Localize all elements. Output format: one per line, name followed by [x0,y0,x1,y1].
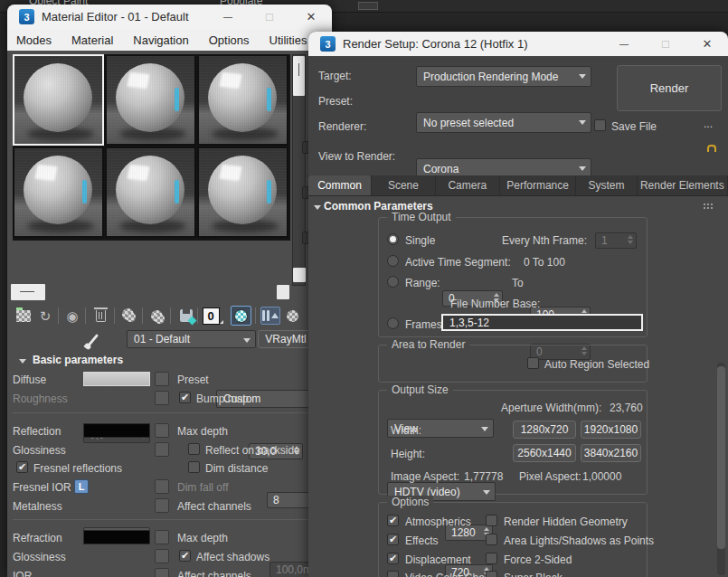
minimize-icon[interactable] [207,5,249,29]
slots-horizontal-scroll-thumb[interactable] [11,284,45,300]
diffuse-color-swatch[interactable] [83,372,150,386]
affect-shadows-checkbox[interactable] [179,550,191,562]
rollout-arrow-icon[interactable] [314,205,321,210]
target-dropdown[interactable]: Production Rendering Mode [416,66,591,87]
tab-camera[interactable]: Camera [436,175,500,195]
refraction-glossiness-map-button[interactable] [155,549,169,563]
tab-common[interactable]: Common [308,175,372,195]
active-time-segment-label: Active Time Segment: [405,256,511,269]
trash-icon[interactable] [91,307,109,325]
atmospherics-checkbox[interactable] [387,515,399,526]
tab-system[interactable]: System [576,175,637,195]
spinner-arrows-icon[interactable] [628,235,633,244]
bump-map-checkbox[interactable] [179,392,191,403]
material-name-dropdown[interactable]: 01 - Default [127,330,256,348]
put-to-library-icon[interactable] [177,307,195,325]
resolution-button-label: 3840x2160 [584,447,638,459]
refraction-color-swatch[interactable] [83,530,150,544]
single-radio[interactable] [387,233,399,245]
fresnel-reflections-checkbox[interactable] [16,461,28,473]
fresnel-ior-lock-button[interactable]: L [74,479,89,494]
auto-region-checkbox[interactable] [527,357,539,369]
menu-utilities[interactable]: Utilities [269,33,307,47]
resolution-button-2560x1440[interactable]: 2560x1440 [513,444,576,462]
metalness-map-button[interactable] [155,498,169,513]
active-time-segment-radio[interactable] [387,255,399,267]
force-2-sided-checkbox[interactable] [486,553,497,564]
menu-options[interactable]: Options [209,33,250,47]
video-color-check-checkbox[interactable] [387,571,399,577]
make-unique-icon[interactable] [147,307,165,325]
super-black-checkbox[interactable] [486,571,497,577]
render-setup-titlebar[interactable]: 3 Render Setup: Corona 12 (Hotfix 1) [308,32,728,56]
reflection-max-depth-field[interactable]: 8 [267,492,314,508]
frames-input[interactable]: 1,3,5-12 [441,314,643,331]
close-icon[interactable] [290,5,332,29]
sample-slot-2[interactable] [105,54,196,146]
menu-material[interactable]: Material [71,33,113,47]
area-lights-points-checkbox[interactable] [486,534,497,545]
material-editor-titlebar[interactable]: 3 Material Editor - 01 - Default [7,5,332,29]
menu-modes[interactable]: Modes [16,33,52,47]
show-shaded-in-viewport-icon[interactable] [230,307,251,325]
noise-overlay [107,56,194,144]
rollout-arrow-icon[interactable] [19,359,26,364]
grip-icon[interactable] [704,203,705,205]
maximize-icon[interactable] [645,32,686,56]
resolution-button-1920x1080[interactable]: 1920x1080 [581,421,641,439]
pixel-aspect-value: 1,00000 [582,470,621,483]
diffuse-map-button[interactable] [155,372,169,386]
sample-slot-1-selected[interactable] [13,54,104,146]
close-icon[interactable] [686,32,728,56]
tab-scene[interactable]: Scene [372,175,436,195]
material-type-label: VRayMtl [265,333,306,345]
show-end-result-icon[interactable] [260,307,281,325]
get-material-icon[interactable] [14,307,33,325]
tab-render-elements[interactable]: Render Elements [638,175,728,195]
minimize-icon[interactable] [603,32,645,56]
preset-dropdown[interactable]: No preset selected [416,112,591,133]
glossiness-map-button[interactable] [155,442,169,457]
assign-material-icon[interactable]: ◉ [63,307,81,325]
refraction-map-button[interactable] [155,530,169,544]
sample-slot-5[interactable] [105,147,196,238]
save-file-checkbox[interactable] [594,119,606,131]
roughness-map-button[interactable] [155,391,169,405]
make-copy-icon[interactable] [120,307,138,325]
sample-slot-3[interactable] [197,54,288,146]
frames-radio[interactable] [387,317,399,329]
sample-slot-4[interactable] [13,147,104,238]
go-forward-sibling-icon[interactable] [283,307,301,325]
material-id-icon[interactable]: 0 [202,307,220,325]
aperture-width-label: Aperture Width(mm): [501,402,601,414]
ior-map-button[interactable] [155,568,169,577]
basic-parameters-header[interactable]: Basic parameters [33,354,123,366]
dim-distance-checkbox[interactable] [188,461,200,473]
render-hidden-geometry-checkbox[interactable] [486,515,497,526]
render-setup-scroll-thumb[interactable] [717,366,725,549]
put-material-to-scene-icon[interactable]: ↻ [36,307,54,325]
reflect-backside-checkbox[interactable] [188,443,200,455]
resolution-button-3840x2160[interactable]: 3840x2160 [581,444,641,462]
save-file-more-button[interactable]: ... [704,118,713,130]
fresnel-ior-map-button[interactable] [155,479,169,494]
reflection-color-swatch[interactable] [83,423,150,438]
render-button[interactable]: Render [617,65,722,111]
effects-checkbox[interactable] [387,534,399,545]
single-label: Single [405,234,435,247]
material-type-button[interactable]: VRayMtl [258,330,314,348]
resolution-button-1280x720[interactable]: 1280x720 [513,421,576,439]
reflection-max-depth-value: 8 [273,494,279,506]
slots-scroll-down-button[interactable] [293,268,306,282]
menu-navigation[interactable]: Navigation [133,33,188,47]
tab-performance[interactable]: Performance [500,175,577,195]
range-radio[interactable] [387,276,399,288]
maximize-icon[interactable] [249,5,290,29]
eyedropper-icon[interactable] [83,331,101,349]
displacement-checkbox[interactable] [387,553,399,564]
every-nth-frame-spinner[interactable]: 1 [595,232,637,249]
slots-scroll-right-button[interactable] [277,285,289,299]
slots-vertical-scroll-thumb[interactable] [293,56,305,96]
sample-slot-6[interactable] [197,147,288,238]
reflection-map-button[interactable] [155,423,169,438]
